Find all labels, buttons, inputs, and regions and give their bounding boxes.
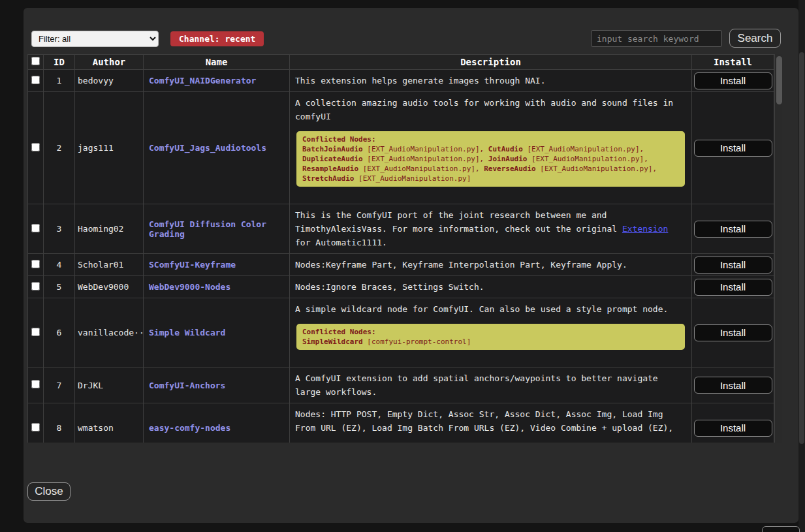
extension-description: A simple wildcard node for ComfyUI. Can … [295, 302, 686, 316]
extension-author: vanillacode··· [75, 298, 144, 368]
table-header-row: IDAuthorNameDescriptionInstall [28, 55, 774, 70]
row-checkbox[interactable] [31, 260, 40, 268]
extension-row: 7DrJKLComfyUI-AnchorsA ComfyUI extension… [28, 368, 774, 403]
install-cell: Install [692, 70, 774, 92]
extension-name-link[interactable]: easy-comfy-nodes [149, 423, 230, 433]
conflicted-nodes-title: Conflicted Nodes: [302, 327, 679, 337]
extensions-table: IDAuthorNameDescriptionInstall 1bedovyyC… [27, 54, 782, 443]
extension-row: 8wmatsoneasy-comfy-nodesNodes: HTTP POST… [28, 403, 774, 443]
column-header-description: Description [290, 55, 692, 70]
extension-id: 5 [44, 276, 75, 298]
cutoff-button[interactable] [762, 526, 800, 532]
row-checkbox-cell [28, 368, 44, 403]
extension-description-cell: Nodes:Ignore Braces, Settings Switch. [290, 276, 692, 298]
conflict-node-name: ReverseAudio [484, 164, 535, 173]
install-button[interactable]: Install [694, 257, 772, 274]
row-checkbox[interactable] [31, 224, 40, 232]
extension-row: 6vanillacode···Simple WildcardA simple w… [28, 298, 774, 368]
conflict-node-source: [EXT_AudioManipulation.py] [367, 145, 479, 153]
description-link[interactable]: Extension [622, 224, 668, 234]
row-checkbox[interactable] [31, 143, 40, 151]
page-scrollbar[interactable] [798, 0, 805, 532]
channel-badge: Channel: recent [170, 31, 264, 46]
extension-name-link[interactable]: ComfyUI-Anchors [149, 381, 225, 390]
extension-id: 1 [44, 70, 75, 92]
extension-description-cell: Nodes: HTTP POST, Empty Dict, Assoc Str,… [290, 403, 692, 443]
column-header-install: Install [692, 55, 774, 70]
conflict-node-source: [EXT_AudioManipulation.py] [358, 174, 471, 183]
conflict-node-name: BatchJoinAudio [302, 145, 363, 153]
extension-row: 5WebDev9000WebDev9000-NodesNodes:Ignore … [28, 276, 774, 298]
conflicted-nodes-title: Conflicted Nodes: [302, 134, 679, 144]
extension-name-link[interactable]: Simple Wildcard [149, 328, 225, 337]
extension-author: Scholar01 [75, 254, 144, 276]
conflict-node-name: StretchAudio [302, 174, 354, 183]
extension-name-cell: Simple Wildcard [144, 298, 290, 368]
row-checkbox[interactable] [31, 380, 40, 388]
filter-select[interactable]: Filter: all [31, 31, 159, 47]
row-checkbox[interactable] [31, 423, 40, 431]
extension-description: Nodes: HTTP POST, Empty Dict, Assoc Str,… [295, 407, 686, 443]
conflict-node-source: [EXT_AudioManipulation.py] [540, 164, 652, 173]
install-button[interactable]: Install [694, 377, 772, 394]
row-checkbox-cell [28, 254, 44, 276]
conflict-node-name: ResampleAudio [302, 164, 358, 173]
extension-author: jags111 [75, 92, 144, 204]
row-checkbox-cell [28, 92, 44, 204]
extension-name-link[interactable]: WebDev9000-Nodes [149, 282, 230, 292]
extension-description: A ComfyUI extension to add spatial ancho… [295, 371, 686, 399]
select-all-checkbox[interactable] [31, 57, 40, 65]
select-all-header-cell [28, 55, 44, 70]
search-input[interactable] [591, 30, 722, 47]
extension-name-link[interactable]: SComfyUI-Keyframe [149, 260, 236, 270]
extension-row: 3Haoming02ComfyUI Diffusion Color Gradin… [28, 204, 774, 254]
extension-row: 4Scholar01SComfyUI-KeyframeNodes:Keyfram… [28, 254, 774, 276]
install-button[interactable]: Install [694, 72, 772, 89]
install-button[interactable]: Install [694, 140, 772, 157]
conflicted-nodes-list: SimpleWildcard [comfyui-prompt-control] [302, 337, 679, 347]
extension-description: This extension helps generate images thr… [295, 74, 686, 87]
extension-name-link[interactable]: ComfyUI Diffusion Color Grading [149, 219, 266, 239]
extension-description-cell: Nodes:Keyframe Part, Keyframe Interpolat… [290, 254, 692, 276]
extension-author: wmatson [75, 403, 144, 443]
extension-author: WebDev9000 [75, 276, 144, 298]
extension-description: A collection amazing audio tools for wor… [295, 96, 686, 123]
conflict-node-name: CutAudio [488, 145, 523, 153]
install-button[interactable]: Install [694, 279, 772, 296]
install-button[interactable]: Install [694, 221, 772, 238]
row-checkbox[interactable] [31, 76, 40, 84]
row-checkbox[interactable] [31, 282, 40, 290]
conflict-node-name: SimpleWildcard [302, 337, 363, 346]
page-scrollbar-thumb[interactable] [799, 52, 804, 444]
extension-author: DrJKL [75, 368, 144, 403]
row-checkbox[interactable] [31, 328, 40, 336]
conflicted-nodes-box: Conflicted Nodes:BatchJoinAudio [EXT_Aud… [296, 131, 685, 187]
extension-id: 2 [44, 92, 75, 204]
extension-name-link[interactable]: ComfyUI_NAIDGenerator [149, 76, 256, 86]
table-scrollbar[interactable] [774, 54, 782, 443]
column-header-name: Name [144, 55, 290, 70]
extension-name-link[interactable]: ComfyUI_Jags_Audiotools [149, 143, 266, 153]
install-button[interactable]: Install [694, 324, 772, 341]
row-checkbox-cell [28, 298, 44, 368]
column-header-author: Author [75, 55, 144, 70]
extension-row: 2jags111ComfyUI_Jags_AudiotoolsA collect… [28, 92, 774, 204]
extension-id: 3 [44, 204, 75, 254]
conflict-node-name: JoinAudio [488, 155, 528, 163]
extension-name-cell: ComfyUI Diffusion Color Grading [144, 204, 290, 254]
extension-name-cell: easy-comfy-nodes [144, 403, 290, 443]
conflicted-nodes-box: Conflicted Nodes:SimpleWildcard [comfyui… [296, 324, 685, 350]
conflict-node-source: [EXT_AudioManipulation.py] [527, 145, 639, 153]
close-button[interactable]: Close [27, 482, 71, 501]
table-scrollbar-thumb[interactable] [776, 56, 782, 104]
install-cell: Install [692, 298, 774, 368]
row-checkbox-cell [28, 276, 44, 298]
extension-description-cell: This is the ComfyUI port of the joint re… [290, 204, 692, 254]
search-button[interactable]: Search [729, 29, 781, 48]
extension-id: 8 [44, 403, 75, 443]
extension-description-cell: A ComfyUI extension to add spatial ancho… [290, 368, 692, 403]
extension-name-cell: WebDev9000-Nodes [144, 276, 290, 298]
extension-name-cell: ComfyUI-Anchors [144, 368, 290, 403]
install-button[interactable]: Install [694, 420, 772, 437]
conflict-node-source: [EXT_AudioManipulation.py] [367, 155, 479, 163]
